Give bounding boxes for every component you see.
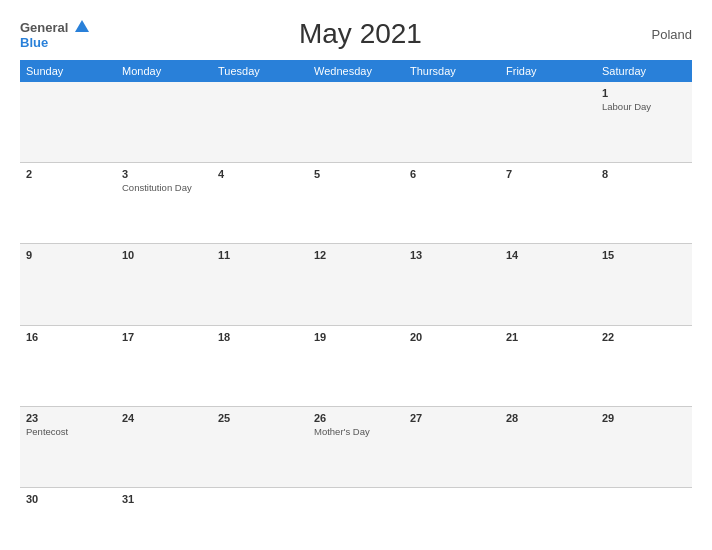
calendar-cell-w2-d3: 4 <box>212 163 308 243</box>
calendar-cell-w6-d2: 31 <box>116 488 212 540</box>
calendar-cell-w2-d1: 2 <box>20 163 116 243</box>
page: General Blue May 2021 Poland SundayMonda… <box>0 0 712 550</box>
calendar-cell-w1-d1 <box>20 82 116 162</box>
calendar-cell-w5-d1: 23Pentecost <box>20 407 116 487</box>
day-number: 14 <box>506 249 590 261</box>
calendar-cell-w5-d5: 27 <box>404 407 500 487</box>
calendar-cell-w4-d6: 21 <box>500 326 596 406</box>
day-number: 4 <box>218 168 302 180</box>
calendar-cell-w1-d2 <box>116 82 212 162</box>
calendar-cell-w5-d7: 29 <box>596 407 692 487</box>
day-number: 2 <box>26 168 110 180</box>
logo: General Blue <box>20 18 89 50</box>
day-number: 21 <box>506 331 590 343</box>
calendar-cell-w1-d5 <box>404 82 500 162</box>
calendar-cell-w3-d7: 15 <box>596 244 692 324</box>
calendar-cell-w4-d4: 19 <box>308 326 404 406</box>
day-number: 9 <box>26 249 110 261</box>
header-day-tuesday: Tuesday <box>212 60 308 82</box>
calendar-title: May 2021 <box>89 18 632 50</box>
holiday-label: Constitution Day <box>122 182 206 194</box>
calendar-cell-w3-d1: 9 <box>20 244 116 324</box>
holiday-label: Labour Day <box>602 101 686 113</box>
logo-triangle-icon <box>75 20 89 32</box>
calendar-cell-w4-d2: 17 <box>116 326 212 406</box>
day-number: 16 <box>26 331 110 343</box>
day-number: 27 <box>410 412 494 424</box>
calendar: SundayMondayTuesdayWednesdayThursdayFrid… <box>20 60 692 540</box>
calendar-body: 1Labour Day23Constitution Day45678910111… <box>20 82 692 540</box>
calendar-cell-w3-d5: 13 <box>404 244 500 324</box>
calendar-cell-w5-d6: 28 <box>500 407 596 487</box>
day-number: 12 <box>314 249 398 261</box>
calendar-cell-w5-d2: 24 <box>116 407 212 487</box>
calendar-week-3: 9101112131415 <box>20 243 692 324</box>
calendar-cell-w6-d1: 30 <box>20 488 116 540</box>
calendar-cell-w6-d3 <box>212 488 308 540</box>
calendar-cell-w3-d3: 11 <box>212 244 308 324</box>
day-number: 29 <box>602 412 686 424</box>
day-number: 10 <box>122 249 206 261</box>
calendar-cell-w2-d2: 3Constitution Day <box>116 163 212 243</box>
header-day-thursday: Thursday <box>404 60 500 82</box>
day-number: 20 <box>410 331 494 343</box>
header-day-saturday: Saturday <box>596 60 692 82</box>
calendar-cell-w6-d6 <box>500 488 596 540</box>
header-day-monday: Monday <box>116 60 212 82</box>
calendar-week-2: 23Constitution Day45678 <box>20 162 692 243</box>
day-number: 19 <box>314 331 398 343</box>
calendar-cell-w1-d4 <box>308 82 404 162</box>
calendar-cell-w1-d3 <box>212 82 308 162</box>
calendar-week-6: 3031 <box>20 487 692 540</box>
day-number: 26 <box>314 412 398 424</box>
header-day-sunday: Sunday <box>20 60 116 82</box>
calendar-cell-w5-d4: 26Mother's Day <box>308 407 404 487</box>
day-number: 25 <box>218 412 302 424</box>
holiday-label: Mother's Day <box>314 426 398 438</box>
day-number: 15 <box>602 249 686 261</box>
calendar-cell-w1-d6 <box>500 82 596 162</box>
header-day-friday: Friday <box>500 60 596 82</box>
calendar-cell-w4-d3: 18 <box>212 326 308 406</box>
day-number: 23 <box>26 412 110 424</box>
country-label: Poland <box>632 27 692 42</box>
logo-blue: Blue <box>20 36 89 50</box>
calendar-cell-w2-d4: 5 <box>308 163 404 243</box>
calendar-week-1: 1Labour Day <box>20 82 692 162</box>
day-number: 17 <box>122 331 206 343</box>
calendar-cell-w1-d7: 1Labour Day <box>596 82 692 162</box>
calendar-cell-w3-d6: 14 <box>500 244 596 324</box>
calendar-week-4: 16171819202122 <box>20 325 692 406</box>
calendar-cell-w5-d3: 25 <box>212 407 308 487</box>
day-number: 6 <box>410 168 494 180</box>
logo-text: General <box>20 18 89 36</box>
calendar-cell-w6-d7 <box>596 488 692 540</box>
day-number: 30 <box>26 493 110 505</box>
calendar-cell-w6-d4 <box>308 488 404 540</box>
header: General Blue May 2021 Poland <box>20 18 692 50</box>
day-number: 18 <box>218 331 302 343</box>
calendar-cell-w2-d7: 8 <box>596 163 692 243</box>
calendar-cell-w3-d2: 10 <box>116 244 212 324</box>
header-day-wednesday: Wednesday <box>308 60 404 82</box>
calendar-cell-w2-d6: 7 <box>500 163 596 243</box>
calendar-cell-w4-d7: 22 <box>596 326 692 406</box>
day-number: 8 <box>602 168 686 180</box>
calendar-header: SundayMondayTuesdayWednesdayThursdayFrid… <box>20 60 692 82</box>
calendar-cell-w6-d5 <box>404 488 500 540</box>
day-number: 3 <box>122 168 206 180</box>
day-number: 24 <box>122 412 206 424</box>
calendar-cell-w4-d1: 16 <box>20 326 116 406</box>
calendar-cell-w3-d4: 12 <box>308 244 404 324</box>
calendar-cell-w2-d5: 6 <box>404 163 500 243</box>
day-number: 1 <box>602 87 686 99</box>
holiday-label: Pentecost <box>26 426 110 438</box>
day-number: 22 <box>602 331 686 343</box>
day-number: 28 <box>506 412 590 424</box>
logo-general: General <box>20 20 68 35</box>
calendar-cell-w4-d5: 20 <box>404 326 500 406</box>
day-number: 31 <box>122 493 206 505</box>
calendar-week-5: 23Pentecost242526Mother's Day272829 <box>20 406 692 487</box>
day-number: 7 <box>506 168 590 180</box>
day-number: 13 <box>410 249 494 261</box>
